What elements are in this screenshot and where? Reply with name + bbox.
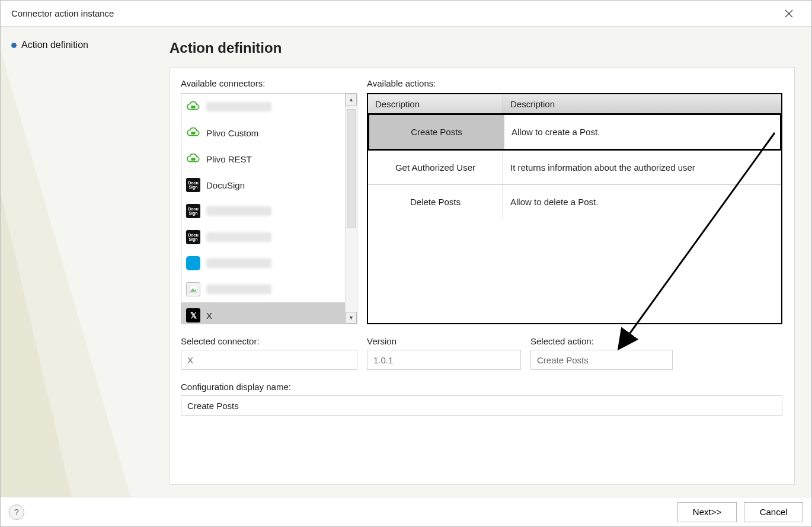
action-desc-cell: Allow to create a Post. — [504, 115, 780, 149]
connector-label: Plivo REST — [206, 154, 252, 164]
window-title: Connector action instance — [11, 8, 114, 18]
scroll-thumb[interactable] — [347, 109, 356, 228]
connector-icon — [186, 256, 200, 270]
scroll-up-button[interactable]: ▲ — [346, 94, 357, 106]
dialog-body: Action definition Action definition Avai… — [1, 27, 811, 497]
col-header-description-2[interactable]: Description — [503, 94, 781, 114]
scrollbar[interactable]: ▲ ▼ — [345, 94, 357, 324]
close-button[interactable] — [777, 2, 801, 25]
action-name-cell: Get Authorized User — [368, 151, 503, 184]
wizard-nav: Action definition — [1, 27, 170, 497]
titlebar: Connector action instance — [1, 1, 811, 27]
dialog-footer: ? Next>> Cancel — [1, 497, 811, 526]
nav-item-label: Action definition — [21, 40, 88, 50]
connectors-listbox: Plivo CustomPlivo RESTDocuSignDocuSignDo… — [181, 93, 357, 324]
connector-label — [206, 258, 271, 268]
available-actions-label: Available actions: — [367, 78, 782, 88]
action-row[interactable]: Delete PostsAllow to delete a Post. — [368, 184, 781, 219]
connector-icon — [186, 152, 200, 166]
config-display-name-field[interactable] — [181, 395, 782, 416]
connector-icon: 𝕏 — [186, 308, 200, 322]
svg-rect-4 — [191, 158, 195, 161]
connector-item[interactable]: DocuSignDocuSign — [181, 172, 345, 198]
action-desc-cell: Allow to delete a Post. — [503, 185, 781, 219]
selected-connector-label: Selected connector: — [181, 336, 357, 346]
connector-item[interactable]: Plivo REST — [181, 146, 345, 172]
available-connectors-label: Available connectors: — [181, 78, 357, 88]
connectors-list[interactable]: Plivo CustomPlivo RESTDocuSignDocuSignDo… — [181, 94, 345, 324]
content-panel: Available connectors: Plivo CustomPlivo … — [170, 67, 795, 485]
scroll-track[interactable] — [346, 106, 357, 312]
version-field — [367, 350, 521, 370]
action-name-cell: Create Posts — [369, 115, 504, 149]
actions-table-body: Create PostsAllow to create a Post.Get A… — [368, 113, 781, 219]
connector-label — [206, 285, 271, 294]
connector-item[interactable]: DocuSign — [181, 198, 345, 224]
nav-item-action-definition[interactable]: Action definition — [11, 40, 159, 50]
connector-icon — [186, 282, 200, 296]
scroll-down-button[interactable]: ▼ — [346, 312, 357, 324]
config-display-name-label: Configuration display name: — [181, 382, 782, 392]
main-content: Action definition Available connectors: … — [170, 27, 811, 497]
svg-rect-2 — [191, 106, 195, 108]
cancel-button[interactable]: Cancel — [744, 502, 803, 522]
actions-table: Description Description Create PostsAllo… — [367, 93, 782, 324]
bullet-icon — [11, 43, 17, 48]
action-row[interactable]: Get Authorized UserIt returns informatio… — [368, 150, 781, 184]
connector-item[interactable]: DocuSign — [181, 224, 345, 250]
selected-action-label: Selected action: — [530, 336, 673, 346]
connector-icon — [186, 100, 200, 114]
connector-icon — [186, 126, 200, 140]
action-desc-cell: It returns information about the authori… — [503, 151, 781, 184]
connector-icon: DocuSign — [186, 178, 200, 192]
connector-item[interactable] — [181, 94, 345, 120]
action-row[interactable]: Create PostsAllow to create a Post. — [367, 113, 782, 151]
page-title: Action definition — [170, 40, 795, 56]
actions-table-header: Description Description — [368, 94, 781, 114]
dialog-window: Connector action instance Action definit… — [0, 0, 812, 527]
connector-label — [206, 102, 271, 111]
action-name-cell: Delete Posts — [368, 185, 503, 219]
connector-item[interactable]: Plivo Custom — [181, 120, 345, 146]
next-button[interactable]: Next>> — [677, 502, 737, 522]
connector-icon: DocuSign — [186, 230, 200, 244]
version-label: Version — [367, 336, 521, 346]
connector-label: Plivo Custom — [206, 128, 258, 138]
col-header-description-1[interactable]: Description — [368, 94, 503, 114]
connector-label: X — [206, 311, 212, 321]
connector-icon: DocuSign — [186, 204, 200, 218]
connector-label — [206, 206, 271, 216]
help-button[interactable]: ? — [9, 504, 24, 520]
selected-action-field — [530, 350, 673, 370]
connector-label — [206, 232, 271, 242]
connector-item[interactable]: 𝕏X — [181, 302, 345, 324]
svg-rect-3 — [191, 132, 195, 135]
connector-item[interactable] — [181, 250, 345, 276]
connector-item[interactable] — [181, 276, 345, 302]
selected-connector-field — [181, 350, 357, 370]
connector-label: DocuSign — [206, 180, 245, 190]
close-icon — [785, 9, 793, 18]
help-icon: ? — [14, 507, 19, 517]
